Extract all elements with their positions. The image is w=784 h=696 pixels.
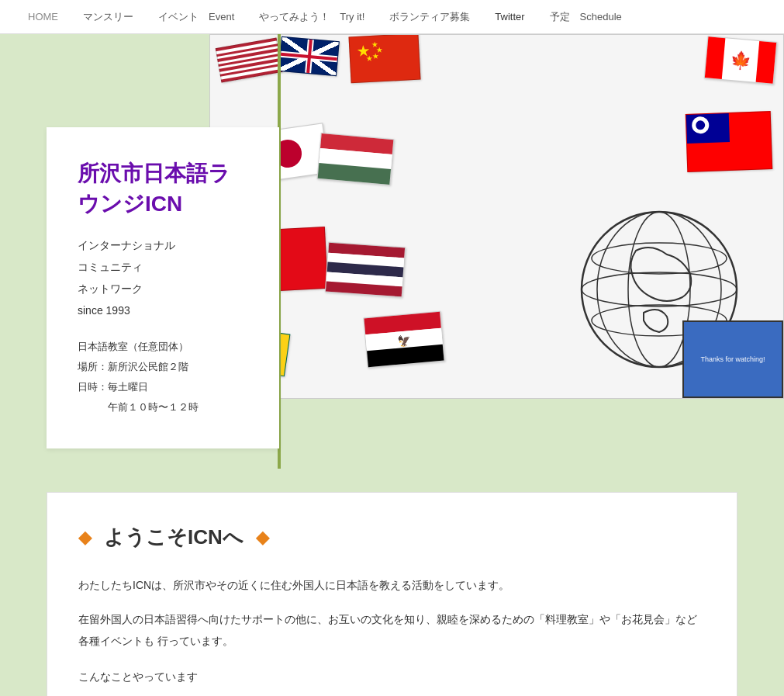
nav-volunteer[interactable]: ボランティア募集 [377, 0, 482, 34]
info-line2: 場所：新所沢公民館２階 [78, 357, 248, 377]
hero-since: since 1993 [78, 304, 130, 317]
flag-usa [216, 37, 283, 82]
welcome-title: ◆ ようこそICNへ ◆ [78, 524, 706, 551]
nav-schedule[interactable]: 予定 Schedule [537, 0, 634, 34]
welcome-text-2: 在留外国人の日本語習得へ向けたサポートの他に、お互いの文化を知り、親睦を深めるた… [78, 608, 706, 652]
hero-title: 所沢市日本語ラウンジICN [78, 158, 248, 219]
flag-china: ★ ★ ★ ★ ★ [348, 35, 420, 83]
diamond-right: ◆ [256, 528, 269, 548]
hero-card: 所沢市日本語ラウンジICN インターナショナル コミュニティ ネットワーク si… [47, 127, 279, 448]
flags-background: ★ ★ ★ ★ ★ 🍁 [210, 35, 783, 398]
nav-tryit[interactable]: やってみよう！ Try it! [247, 0, 377, 34]
main-nav: HOME マンスリー イベント Event やってみよう！ Try it! ボラ… [0, 0, 784, 34]
flag-egypt: 🦅 [363, 311, 444, 368]
nav-home[interactable]: HOME [16, 0, 71, 34]
welcome-text-1: わたしたちICNは、所沢市やその近くに住む外国人に日本語を教える活動をしています… [78, 574, 706, 596]
flag-thailand [325, 242, 406, 298]
info-line4: 午前１０時〜１２時 [78, 397, 248, 417]
diamond-left: ◆ [78, 528, 92, 548]
subtitle-line1: インターナショナル [78, 239, 175, 251]
svg-point-1 [628, 212, 690, 367]
nav-twitter[interactable]: Twitter [482, 0, 537, 34]
svg-point-4 [582, 272, 737, 306]
hero-subtitle: インターナショナル コミュニティ ネットワーク since 1993 [78, 234, 248, 321]
hero-info: 日本語教室（任意団体） 場所：新所沢公民館２階 日時：毎土曜日 午前１０時〜１２… [78, 337, 248, 417]
welcome-section: ◆ ようこそICNへ ◆ わたしたちICNは、所沢市やその近くに住む外国人に日本… [47, 492, 737, 696]
welcome-title-text: ようこそICNへ [104, 524, 243, 551]
nav-events[interactable]: イベント Event [146, 0, 247, 34]
subtitle-line2: コミュニティ [78, 261, 143, 273]
flag-taiwan [686, 111, 773, 172]
hero-image: ★ ★ ★ ★ ★ 🍁 [209, 34, 784, 399]
flag-uk [278, 36, 340, 76]
info-line3: 日時：毎土曜日 [78, 377, 248, 397]
nav-monthly[interactable]: マンスリー [71, 0, 146, 34]
subtitle-line3: ネットワーク [78, 282, 143, 295]
hero-section: 所沢市日本語ラウンジICN インターナショナル コミュニティ ネットワーク si… [0, 34, 784, 469]
svg-point-3 [592, 243, 727, 274]
notebook: Thanks for watching! [682, 320, 783, 398]
flag-hungary [317, 133, 395, 185]
welcome-text-3: こんなことやっています [78, 670, 706, 684]
flag-canada: 🍁 [704, 36, 777, 85]
info-line1: 日本語教室（任意団体） [78, 337, 248, 357]
